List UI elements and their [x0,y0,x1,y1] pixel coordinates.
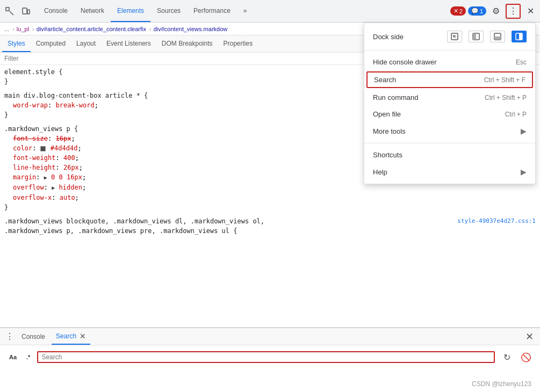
tab-properties[interactable]: Properties [218,35,258,52]
drawer-console-label: Console [21,333,45,340]
css-close-brace-1: } [4,78,8,85]
more-tools-label: More tools [373,127,406,135]
topbar-right: ✕ 2 💬 1 ⚙ ⋮ ✕ [450,4,538,19]
breadcrumb-content-views[interactable]: div#content_views.markdow [154,26,228,32]
color-swatch[interactable] [40,146,46,151]
inspect-icon-btn[interactable] [2,4,17,19]
breadcrumb-separator-2: › [32,26,34,32]
drawer-search-close-btn[interactable]: ✕ [80,332,86,340]
open-file-shortcut: Ctrl + P [505,111,527,118]
watermark: CSDN @lzhenyu123 [472,380,531,388]
shortcuts-label: Shortcuts [373,151,402,159]
tab-styles[interactable]: Styles [2,35,31,52]
open-file-label: Open file [373,110,401,118]
css-prop-word-wrap: word-wrap: break-word; [4,101,98,109]
svg-rect-1 [23,8,27,14]
svg-rect-2 [27,10,30,14]
svg-rect-0 [6,8,9,11]
dropdown-item-run-command[interactable]: Run command Ctrl + Shift + P [364,89,535,106]
dropdown-item-open-file[interactable]: Open file Ctrl + P [364,106,535,122]
message-count: 1 [480,8,483,14]
bottom-drawer: ⋮ Console Search ✕ ✕ Aa .* ↻ 🚫 [0,328,540,392]
search-aa-toggle[interactable]: Aa [6,352,19,362]
svg-rect-7 [494,37,501,40]
search-input[interactable] [41,353,491,361]
dropdown-section-2: Shortcuts Help ▶ [364,143,535,184]
dock-undock-btn[interactable] [447,31,462,42]
drawer-search-label: Search [56,332,76,340]
breadcrumb-ellipsis: ... [4,26,9,32]
breadcrumb-article-content[interactable]: div#article_content.article_content.clea… [37,26,146,32]
drawer-tabs: ⋮ Console Search ✕ ✕ [0,328,540,345]
breadcrumb-separator-1: › [12,26,15,32]
message-badge-btn[interactable]: 💬 1 [468,6,486,16]
search-refresh-btn[interactable]: ↻ [499,350,514,365]
search-shortcut: Ctrl + Shift + F [484,76,525,84]
settings-icon-btn[interactable]: ⚙ [488,4,503,19]
tab-sources[interactable]: Sources [150,0,187,22]
css-close-brace-2: } [4,111,8,119]
css-source-link-2[interactable]: style-49037e4d27.css:1 [457,216,536,226]
dropdown-dock-section: Dock side [364,23,535,50]
search-input-wrapper [37,351,495,363]
breadcrumb-tag-lu_pl[interactable]: lu_pl [17,26,29,32]
css-selector-element-style: element.style { [4,68,62,76]
dropdown-item-more-tools[interactable]: More tools ▶ [364,122,535,140]
breadcrumb-separator-3: › [149,26,152,32]
tab-console[interactable]: Console [38,0,74,22]
dropdown-menu: Dock side [364,23,536,184]
devtools-topbar: Console Network Elements Sources Perform… [0,0,540,23]
expand-arrow-margin[interactable]: ▶ [44,175,47,180]
dock-bottom-btn[interactable] [490,31,505,42]
css-prop-overflow-x: overflow-x: auto; [13,193,536,202]
css-rule-markdown-views-blockquote: .markdown_views blockquote, .markdown_vi… [0,214,540,238]
more-tools-arrow: ▶ [521,127,527,135]
search-cancel-btn[interactable]: 🚫 [519,350,534,365]
svg-rect-5 [473,33,476,40]
dropdown-item-shortcuts[interactable]: Shortcuts [364,147,535,163]
tab-network[interactable]: Network [74,0,111,22]
run-command-label: Run command [373,93,419,101]
dock-side-label: Dock side [373,33,404,41]
search-label: Search [374,76,396,84]
dock-side-section: Dock side [364,26,535,47]
svg-rect-9 [519,33,522,40]
hide-console-label: Hide console drawer [373,58,437,66]
search-panel: Aa .* ↻ 🚫 [0,345,540,369]
dropdown-item-search[interactable]: Search Ctrl + Shift + F [366,71,533,88]
css-selector-markdown-p: .markdown_views p { [4,125,78,133]
drawer-tab-console[interactable]: Console [17,328,49,345]
topbar-icons [2,4,33,19]
error-badge-btn[interactable]: ✕ 2 [450,6,466,16]
search-regex-toggle[interactable]: .* [24,352,33,362]
tab-layout[interactable]: Layout [71,35,101,52]
error-count: 2 [459,8,463,14]
run-command-shortcut: Ctrl + Shift + P [485,94,527,101]
css-selector-markdown-blockquote-2: .markdown_views p, .markdown_views pre, … [4,227,237,235]
dock-left-btn[interactable] [469,31,484,42]
topbar-tab-list: Console Network Elements Sources Perform… [38,0,450,22]
help-label: Help [373,168,387,176]
dropdown-section-1: Hide console drawer Esc Search Ctrl + Sh… [364,50,535,143]
tab-performance[interactable]: Performance [187,0,237,22]
tab-event-listeners[interactable]: Event Listeners [101,35,156,52]
dropdown-item-help[interactable]: Help ▶ [364,163,535,180]
tab-elements[interactable]: Elements [111,0,150,22]
css-selector-markdown-blockquote: .markdown_views blockquote, .markdown_vi… [4,217,264,225]
help-arrow: ▶ [521,168,527,176]
close-devtools-btn[interactable]: ✕ [523,4,538,19]
drawer-close-btn[interactable]: ✕ [523,330,536,343]
dropdown-item-hide-console-drawer[interactable]: Hide console drawer Esc [364,54,535,70]
dock-right-btn[interactable] [512,31,527,42]
message-chat-icon: 💬 [471,8,479,14]
drawer-handle[interactable]: ⋮ [4,329,15,344]
tab-dom-breakpoints[interactable]: DOM Breakpoints [156,35,218,52]
hide-console-shortcut: Esc [516,59,527,66]
drawer-tab-search[interactable]: Search ✕ [52,328,90,345]
more-options-icon-btn[interactable]: ⋮ [506,4,521,19]
tab-computed[interactable]: Computed [31,35,71,52]
expand-arrow-overflow[interactable]: ▶ [52,185,55,191]
css-close-brace-3: } [4,204,8,211]
tab-more[interactable]: » [237,0,254,22]
device-icon-btn[interactable] [18,4,33,19]
